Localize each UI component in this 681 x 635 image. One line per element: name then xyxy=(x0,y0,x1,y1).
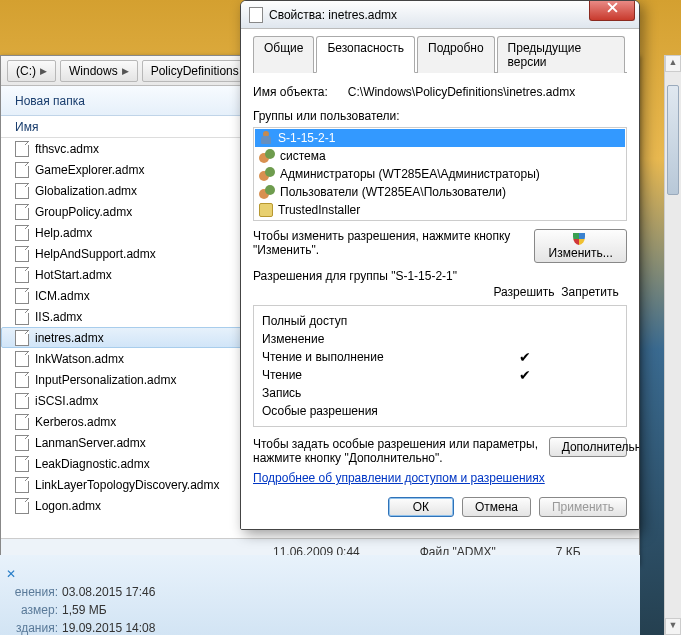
file-icon xyxy=(15,183,29,199)
users-icon xyxy=(259,167,275,181)
file-name: LanmanServer.admx xyxy=(35,436,146,450)
allow-check: ✔ xyxy=(494,349,556,365)
permission-row: Запись xyxy=(262,384,618,402)
group-row[interactable]: система xyxy=(255,147,625,165)
group-name: S-1-15-2-1 xyxy=(278,131,335,145)
chevron-right-icon: ▶ xyxy=(40,66,47,76)
file-icon xyxy=(15,267,29,283)
file-icon xyxy=(15,309,29,325)
permission-name: Запись xyxy=(262,386,494,400)
scroll-down-icon[interactable]: ▼ xyxy=(665,618,681,635)
group-name: TrustedInstaller xyxy=(278,203,360,217)
file-icon xyxy=(15,330,29,346)
file-icon xyxy=(15,477,29,493)
file-name: ICM.admx xyxy=(35,289,90,303)
object-name-value: C:\Windows\PolicyDefinitions\inetres.adm… xyxy=(348,85,575,99)
close-button[interactable] xyxy=(589,1,635,21)
close-icon xyxy=(607,2,618,13)
apply-button[interactable]: Применить xyxy=(539,497,627,517)
tab-details[interactable]: Подробно xyxy=(417,36,495,73)
groups-label: Группы или пользователи: xyxy=(253,109,627,123)
file-name: InkWatson.admx xyxy=(35,352,124,366)
group-name: Пользователи (WT285EA\Пользователи) xyxy=(280,185,506,199)
file-icon xyxy=(15,393,29,409)
properties-dialog: Свойства: inetres.admx Общие Безопасност… xyxy=(240,0,640,530)
file-icon xyxy=(15,435,29,451)
file-icon xyxy=(15,372,29,388)
file-name: Globalization.admx xyxy=(35,184,137,198)
users-icon xyxy=(259,185,275,199)
new-folder-button[interactable]: Новая папка xyxy=(15,94,85,108)
info-size: 1,59 МБ xyxy=(62,603,107,617)
file-name: IIS.admx xyxy=(35,310,82,324)
tab-general[interactable]: Общие xyxy=(253,36,314,73)
scroll-thumb[interactable] xyxy=(667,85,679,195)
document-icon xyxy=(249,7,263,23)
permission-name: Чтение и выполнение xyxy=(262,350,494,364)
object-name-label: Имя объекта: xyxy=(253,85,328,99)
permission-row: Полный доступ xyxy=(262,312,618,330)
file-name: GroupPolicy.admx xyxy=(35,205,132,219)
group-name: Администраторы (WT285EA\Администраторы) xyxy=(280,167,540,181)
breadcrumb-windows[interactable]: Windows▶ xyxy=(60,60,138,82)
user-icon xyxy=(259,131,273,145)
group-row[interactable]: TrustedInstaller xyxy=(255,201,625,219)
file-icon xyxy=(15,204,29,220)
file-icon xyxy=(15,162,29,178)
permission-row: Особые разрешения xyxy=(262,402,618,420)
edit-button[interactable]: Изменить... xyxy=(534,229,627,263)
permission-row: Чтение и выполнение✔ xyxy=(262,348,618,366)
col-deny: Запретить xyxy=(557,285,623,299)
file-name: InputPersonalization.admx xyxy=(35,373,176,387)
file-name: inetres.admx xyxy=(35,331,104,345)
permission-row: Изменение xyxy=(262,330,618,348)
tab-row: Общие Безопасность Подробно Предыдущие в… xyxy=(253,35,627,73)
permission-row: Чтение✔ xyxy=(262,366,618,384)
ok-button[interactable]: ОК xyxy=(388,497,454,517)
file-name: Kerberos.admx xyxy=(35,415,116,429)
file-name: Help.admx xyxy=(35,226,92,240)
file-icon xyxy=(15,351,29,367)
advanced-hint: Чтобы задать особые разрешения или парам… xyxy=(253,437,543,465)
breadcrumb-drive[interactable]: (C:)▶ xyxy=(7,60,56,82)
group-row[interactable]: Пользователи (WT285EA\Пользователи) xyxy=(255,183,625,201)
tab-security[interactable]: Безопасность xyxy=(316,36,415,73)
dialog-titlebar[interactable]: Свойства: inetres.admx xyxy=(241,1,639,29)
info-created: 19.09.2015 14:08 xyxy=(62,621,155,635)
group-row[interactable]: S-1-15-2-1 xyxy=(255,129,625,147)
learn-more-link[interactable]: Подробнее об управлении доступом и разре… xyxy=(253,471,545,485)
scroll-up-icon[interactable]: ▲ xyxy=(665,55,681,72)
file-name: fthsvc.admx xyxy=(35,142,99,156)
group-row[interactable]: Администраторы (WT285EA\Администраторы) xyxy=(255,165,625,183)
file-name: LeakDiagnostic.admx xyxy=(35,457,150,471)
cancel-button[interactable]: Отмена xyxy=(462,497,531,517)
scrollbar-vertical[interactable]: ▲ ▼ xyxy=(664,55,681,635)
allow-check: ✔ xyxy=(494,367,556,383)
file-icon xyxy=(15,225,29,241)
file-name: HotStart.admx xyxy=(35,268,112,282)
file-icon xyxy=(15,246,29,262)
permission-name: Чтение xyxy=(262,368,494,382)
file-name: Logon.admx xyxy=(35,499,101,513)
file-name: iSCSI.admx xyxy=(35,394,98,408)
permissions-list: Полный доступИзменениеЧтение и выполнени… xyxy=(253,305,627,427)
details-pane: ✕ енения:03.08.2015 17:46 азмер:1,59 МБ … xyxy=(0,555,640,635)
file-icon xyxy=(15,414,29,430)
groups-listbox[interactable]: S-1-15-2-1системаАдминистраторы (WT285EA… xyxy=(253,127,627,221)
advanced-button[interactable]: Дополнительно xyxy=(549,437,627,457)
permission-name: Особые разрешения xyxy=(262,404,494,418)
file-name: LinkLayerTopologyDiscovery.admx xyxy=(35,478,220,492)
permissions-for-label: Разрешения для группы "S-1-15-2-1" xyxy=(253,269,627,283)
file-icon xyxy=(15,141,29,157)
file-name: HelpAndSupport.admx xyxy=(35,247,156,261)
tiny-x-icon[interactable]: ✕ xyxy=(6,565,634,583)
installer-icon xyxy=(259,203,273,217)
tab-previous-versions[interactable]: Предыдущие версии xyxy=(497,36,625,73)
users-icon xyxy=(259,149,275,163)
edit-hint: Чтобы изменить разрешения, нажмите кнопк… xyxy=(253,229,528,257)
permission-name: Полный доступ xyxy=(262,314,494,328)
file-icon xyxy=(15,498,29,514)
file-name: GameExplorer.admx xyxy=(35,163,144,177)
shield-icon xyxy=(573,233,585,245)
info-changed: 03.08.2015 17:46 xyxy=(62,585,155,599)
